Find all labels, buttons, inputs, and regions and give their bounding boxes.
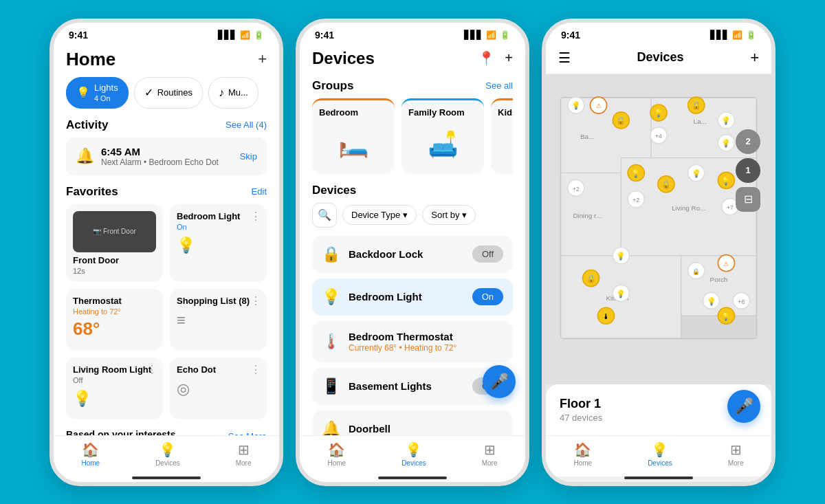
- group-family-room[interactable]: Family Room 🛋️: [402, 98, 484, 174]
- fav-card-shopping[interactable]: Shopping List (8) ≡ ⋮: [170, 289, 267, 351]
- fav-card-thermostat[interactable]: Thermostat Heating to 72° 68°: [66, 289, 163, 351]
- bottom-nav-2: 🏠 Home 💡 Devices ⊞ More: [300, 435, 525, 476]
- phone-1: 9:41 ▋▋▋ 📶 🔋 Home + 💡 Lights4 On: [50, 19, 283, 486]
- svg-text:💡: 💡: [571, 100, 581, 110]
- front-door-title: Front Door: [73, 255, 156, 265]
- fav-card-echo[interactable]: Echo Dot ◎ ⋮: [170, 358, 267, 419]
- svg-text:+6: +6: [738, 298, 745, 305]
- floor-sub: 47 devices: [560, 413, 758, 423]
- mic-fab-3[interactable]: 🎤: [727, 390, 760, 423]
- device-backdoor-lock[interactable]: 🔒 Backdoor Lock Off: [312, 236, 513, 273]
- interests-header: Based on your interests See More: [66, 429, 267, 435]
- status-bar-1: 9:41 ▋▋▋ 📶 🔋: [54, 23, 279, 43]
- page-title-devices: Devices: [312, 49, 375, 68]
- svg-text:+2: +2: [632, 197, 639, 204]
- device-type-filter[interactable]: Device Type ▾: [342, 205, 417, 225]
- edit-link[interactable]: Edit: [252, 186, 267, 197]
- pin-1: 💡: [568, 97, 584, 113]
- signal-icon-1: ▋▋▋: [218, 30, 236, 40]
- basement-name: Basement Lights: [349, 380, 464, 392]
- nav-more-1[interactable]: ⊞ More: [236, 441, 252, 467]
- phone1-header: Home +: [66, 43, 267, 77]
- floor-2-badge[interactable]: 2: [736, 129, 760, 154]
- backdoor-lock-toggle[interactable]: Off: [472, 245, 503, 263]
- echo-menu[interactable]: ⋮: [250, 363, 261, 376]
- activity-card[interactable]: 🔔 6:45 AM Next Alarm • Bedroom Echo Dot …: [66, 138, 267, 175]
- living-room-menu[interactable]: ⋮: [146, 363, 157, 376]
- floor-plan-svg: Ba... La... Dining r... Living Ro... Kit…: [546, 74, 771, 384]
- group-bedroom[interactable]: Bedroom 🛏️: [312, 98, 395, 174]
- header-icons-2: 📍 +: [478, 50, 513, 67]
- signal-icon-2: ▋▋▋: [464, 30, 483, 40]
- device-bedroom-thermostat[interactable]: 🌡️ Bedroom Thermostat Currently 68° • He…: [312, 321, 513, 362]
- layers-icon[interactable]: ⊟: [736, 187, 760, 212]
- add-device-button[interactable]: +: [505, 50, 513, 67]
- favorites-grid: 📷 Front Door Front Door 12s Bedroom Ligh…: [66, 204, 267, 419]
- group-kids[interactable]: Kids Be... 🛏️: [491, 98, 513, 174]
- menu-icon[interactable]: ☰: [558, 50, 571, 66]
- device-doorbell[interactable]: 🔔 Doorbell: [312, 410, 513, 435]
- devices-nav-icon-3: 💡: [651, 441, 668, 458]
- devices-section-title: Devices: [312, 184, 356, 197]
- nav-home-2[interactable]: 🏠 Home: [327, 441, 346, 467]
- svg-text:Porch: Porch: [710, 276, 728, 283]
- thermostat-title: Thermostat: [73, 296, 156, 306]
- svg-text:+2: +2: [573, 185, 580, 192]
- device-bedroom-light[interactable]: 💡 Bedroom Light On: [312, 278, 513, 316]
- favorites-section-header: Favorites Edit: [66, 185, 267, 199]
- bedroom-light-title: Bedroom Light: [177, 211, 260, 221]
- groups-title: Groups: [312, 79, 353, 93]
- activity-info: 6:45 AM Next Alarm • Bedroom Echo Dot: [101, 146, 233, 167]
- nav-more-3[interactable]: ⊞ More: [728, 441, 744, 467]
- pill-lights[interactable]: 💡 Lights4 On: [66, 77, 129, 109]
- family-room-title: Family Room: [408, 107, 477, 118]
- activity-section-header: Activity See All (4): [66, 118, 267, 132]
- status-icons-2: ▋▋▋ 📶 🔋: [464, 30, 510, 40]
- basement-icon: 📱: [322, 377, 340, 395]
- nav-devices-1[interactable]: 💡 Devices: [155, 441, 180, 467]
- floor-badges: 2 1 ⊟: [736, 129, 760, 212]
- thermostat-icon-2: 🌡️: [322, 333, 340, 351]
- thermostat-sub: Heating to 72°: [73, 307, 156, 316]
- shopping-menu[interactable]: ⋮: [250, 294, 261, 307]
- wifi-icon-1: 📶: [240, 30, 250, 40]
- more-nav-label-3: More: [728, 459, 744, 467]
- home-nav-label-2: Home: [327, 459, 346, 467]
- bedroom-light-menu[interactable]: ⋮: [250, 210, 261, 223]
- fav-card-living-room[interactable]: Living Room Light Off 💡 ⋮: [66, 358, 163, 419]
- floor-1-badge[interactable]: 1: [736, 158, 760, 183]
- family-room-img: 🛋️: [408, 122, 477, 167]
- echo-title: Echo Dot: [177, 364, 260, 375]
- bedroom-light-toggle[interactable]: On: [472, 288, 503, 305]
- see-all-link[interactable]: See All (4): [226, 120, 267, 130]
- home-nav-icon-2: 🏠: [328, 441, 345, 458]
- add-home-button[interactable]: +: [258, 50, 267, 68]
- search-button[interactable]: 🔍: [312, 203, 337, 228]
- wifi-icon-3: 📶: [732, 30, 742, 40]
- nav-devices-2[interactable]: 💡 Devices: [402, 441, 426, 467]
- bedroom-group-img: 🛏️: [319, 122, 388, 167]
- fav-card-front-door[interactable]: 📷 Front Door Front Door 12s: [66, 204, 163, 282]
- mic-fab-2[interactable]: 🎤: [483, 365, 516, 398]
- time-2: 9:41: [315, 30, 334, 41]
- nav-home-3[interactable]: 🏠 Home: [573, 441, 592, 467]
- home-nav-label-1: Home: [81, 459, 100, 467]
- add-map-button[interactable]: +: [750, 49, 759, 67]
- fav-card-bedroom-light[interactable]: Bedroom Light On 💡 ⋮: [170, 204, 267, 282]
- pill-routines[interactable]: ✓ Routines: [134, 77, 203, 109]
- pill-music[interactable]: ♪ Mu...: [208, 77, 258, 109]
- sort-filter[interactable]: Sort by ▾: [422, 205, 476, 225]
- alarm-icon: 🔔: [76, 147, 94, 165]
- time-1: 9:41: [69, 30, 88, 41]
- pin-icon[interactable]: 📍: [478, 50, 495, 67]
- nav-home-1[interactable]: 🏠 Home: [81, 441, 100, 467]
- wifi-icon-2: 📶: [486, 30, 496, 40]
- favorites-title: Favorites: [66, 185, 118, 199]
- more-nav-label-1: More: [236, 459, 252, 467]
- skip-button[interactable]: Skip: [240, 151, 257, 162]
- see-all-groups[interactable]: See all: [485, 80, 513, 91]
- nav-more-2[interactable]: ⊞ More: [482, 441, 498, 467]
- nav-devices-3[interactable]: 💡 Devices: [648, 441, 672, 467]
- bedroom-group-title: Bedroom: [319, 107, 388, 118]
- devices-nav-label-2: Devices: [402, 459, 426, 467]
